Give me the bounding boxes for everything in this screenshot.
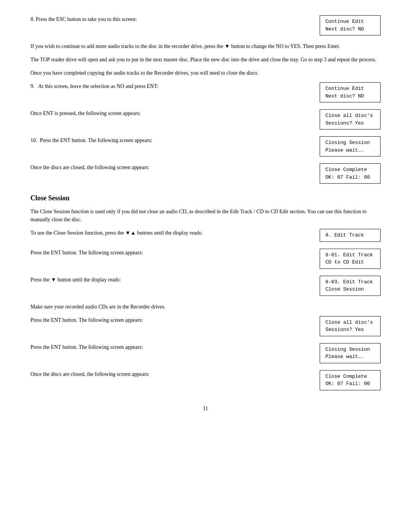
body-para-3: Once you have completed copying the audi… — [30, 69, 381, 77]
screen-line2: Sessions? Yes — [325, 120, 375, 127]
cs-ent3-row: Press the ENT button. The following scre… — [30, 343, 381, 363]
cs-ent2-row: Press the ENT button. The following scre… — [30, 316, 381, 336]
screen-close-complete-1: Close Complete OK: 07 Fail: 00 — [320, 163, 381, 184]
screen-closing-session-1: Closing Session Please wait…. — [320, 136, 381, 157]
screen-line1: Close all disc's — [325, 112, 375, 120]
screen-continue-edit-2: Continue Edit Next disc? NO — [320, 82, 381, 102]
step-9-body: At this screen, leave the selection as N… — [38, 83, 158, 89]
screen-line1: Closing Session — [325, 346, 375, 353]
discs-closed-row: Once the discs are closed, the following… — [30, 163, 381, 184]
screen-edit-track-8-01: 8-01. Edit Track CD to CD Edit — [320, 249, 381, 269]
close-session-description: The Close Session function is used only … — [30, 208, 381, 224]
step-8-number: 8. — [30, 16, 35, 22]
cs-ent2-text: Press the ENT button. The following scre… — [30, 316, 312, 324]
screen-line1: Close all disc's — [325, 319, 375, 326]
cs-ent1-row: Press the ENT button. The following scre… — [30, 249, 381, 269]
cs-ent3-text: Press the ENT button. The following scre… — [30, 343, 312, 351]
step-10-row: 10. Press the ENT button. The following … — [30, 136, 381, 157]
step-9-row: 9. At this screen, leave the selection a… — [30, 82, 381, 102]
screen-line1: 8. Edit Track — [325, 232, 375, 239]
cs-closed-text: Once the discs are closed, the following… — [30, 370, 312, 378]
ent-pressed-row: Once ENT is pressed, the following scree… — [30, 109, 381, 129]
step-8-body: Press the ESC button to take you to this… — [36, 16, 137, 22]
cs-closed-row: Once the discs are closed, the following… — [30, 370, 381, 390]
screen-line2: OK: 07 Fail: 00 — [325, 380, 375, 388]
step-9-text: 9. At this screen, leave the selection a… — [30, 82, 312, 90]
screen-line2: Next disc? NO — [325, 93, 375, 100]
close-session-heading: Close Session — [30, 194, 381, 202]
screen-line1: Close Complete — [325, 166, 375, 174]
body-para-1: If you wish to continue to add more audi… — [30, 42, 381, 50]
screen-continue-edit-1: Continue Edit Next disc? NO — [320, 15, 381, 35]
screen-line1: 8-03. Edit Track — [325, 278, 375, 286]
cs-ent1-text: Press the ENT button. The following scre… — [30, 249, 312, 257]
step-8-row: 8. Press the ESC button to take you to t… — [30, 15, 381, 35]
screen-close-complete-2: Close Complete OK: 07 Fail: 00 — [320, 370, 381, 390]
screen-closing-session-2: Closing Session Please wait…. — [320, 343, 381, 363]
screen-line1: Closing Session — [325, 139, 375, 147]
ent-pressed-text: Once ENT is pressed, the following scree… — [30, 109, 312, 117]
step-10-text: 10. Press the ENT button. The following … — [30, 136, 312, 144]
cs-nav-text: To use the Close Session function, press… — [30, 229, 312, 237]
step-10-body: Press the ENT button. The following scre… — [40, 137, 153, 143]
screen-edit-track-8-03: 8-03. Edit Track Close Session — [320, 276, 381, 296]
cs-nav-row: To use the Close Session function, press… — [30, 229, 381, 242]
cs-make-sure: Make sure your recorded audio CDs are in… — [30, 303, 381, 311]
screen-line2: CD to CD Edit — [325, 259, 375, 266]
cs-down-row: Press the ▼ button until the display rea… — [30, 276, 381, 296]
cs-down-text: Press the ▼ button until the display rea… — [30, 276, 312, 284]
step-8-text: 8. Press the ESC button to take you to t… — [30, 15, 312, 23]
discs-closed-text: Once the discs are closed, the following… — [30, 163, 312, 171]
screen-line2: Please wait…. — [325, 353, 375, 361]
page-content: 8. Press the ESC button to take you to t… — [30, 15, 381, 412]
page-number: 11 — [30, 406, 381, 412]
step-9-number: 9. — [30, 83, 35, 89]
screen-line1: Continue Edit — [325, 85, 375, 93]
screen-close-all-2: Close all disc's Sessions? Yes — [320, 316, 381, 336]
screen-line2: Close Session — [325, 286, 375, 293]
screen-line1: Close Complete — [325, 373, 375, 380]
screen-line1: Continue Edit — [325, 18, 375, 26]
body-para-2: The TOP reader drive will open and ask y… — [30, 56, 381, 64]
screen-line1: 8-01. Edit Track — [325, 251, 375, 259]
screen-edit-track-8: 8. Edit Track — [320, 229, 381, 242]
step-10-number: 10. — [30, 137, 37, 143]
screen-line2: OK: 07 Fail: 00 — [325, 174, 375, 181]
screen-close-all-1: Close all disc's Sessions? Yes — [320, 109, 381, 129]
screen-line2: Please wait…. — [325, 147, 375, 154]
screen-line2: Sessions? Yes — [325, 326, 375, 334]
screen-line2: Next disc? NO — [325, 26, 375, 33]
